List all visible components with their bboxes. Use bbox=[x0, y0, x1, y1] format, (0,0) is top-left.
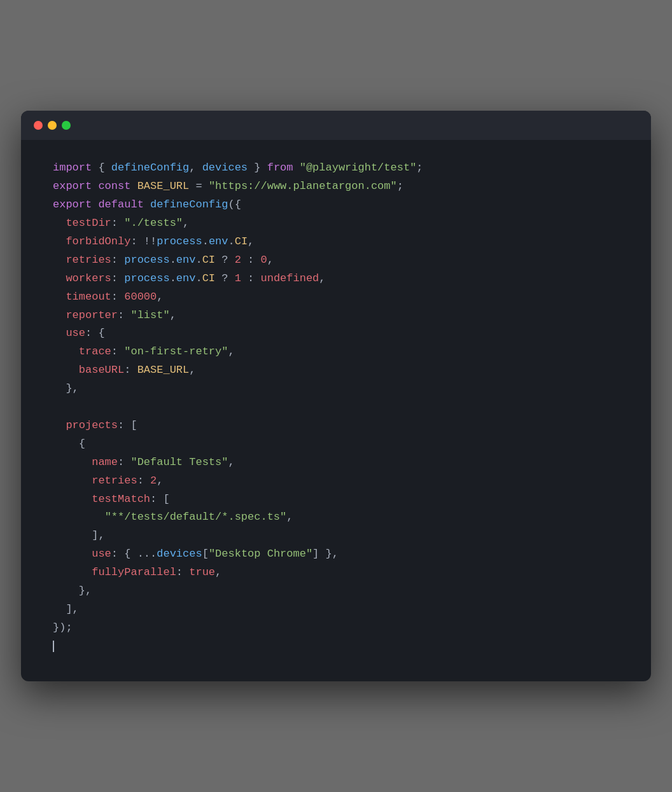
code-line-18: retries: 2, bbox=[53, 472, 619, 490]
code-line-20: "**/tests/default/*.spec.ts", bbox=[53, 508, 619, 527]
titlebar bbox=[21, 111, 651, 140]
minimize-button[interactable] bbox=[48, 121, 57, 130]
code-line-14 bbox=[53, 398, 619, 417]
code-line-15: projects: [ bbox=[53, 417, 619, 435]
code-line-1: import { defineConfig, devices } from "@… bbox=[53, 159, 619, 177]
code-line-23: fullyParallel: true, bbox=[53, 564, 619, 582]
code-line-13: }, bbox=[53, 380, 619, 398]
code-editor-window: import { defineConfig, devices } from "@… bbox=[21, 111, 651, 681]
close-button[interactable] bbox=[34, 121, 43, 130]
code-line-16: { bbox=[53, 435, 619, 454]
code-line-24: }, bbox=[53, 582, 619, 601]
code-line-12: baseURL: BASE_URL, bbox=[53, 361, 619, 380]
code-line-2: export const BASE_URL = "https://www.pla… bbox=[53, 177, 619, 196]
code-line-11: trace: "on-first-retry", bbox=[53, 343, 619, 361]
text-cursor bbox=[53, 641, 54, 652]
code-line-10: use: { bbox=[53, 324, 619, 343]
code-line-7: workers: process.env.CI ? 1 : undefined, bbox=[53, 270, 619, 288]
code-line-9: reporter: "list", bbox=[53, 307, 619, 325]
code-line-22: use: { ...devices["Desktop Chrome"] }, bbox=[53, 545, 619, 564]
code-line-19: testMatch: [ bbox=[53, 490, 619, 509]
code-line-4: testDir: "./tests", bbox=[53, 214, 619, 233]
code-line-21: ], bbox=[53, 527, 619, 545]
code-line-6: retries: process.env.CI ? 2 : 0, bbox=[53, 251, 619, 270]
maximize-button[interactable] bbox=[62, 121, 71, 130]
code-line-26: }); bbox=[53, 619, 619, 637]
code-line-8: timeout: 60000, bbox=[53, 288, 619, 307]
code-line-5: forbidOnly: !!process.env.CI, bbox=[53, 233, 619, 251]
code-line-17: name: "Default Tests", bbox=[53, 454, 619, 472]
code-content: import { defineConfig, devices } from "@… bbox=[21, 140, 651, 681]
code-line-27 bbox=[53, 637, 619, 656]
code-line-3: export default defineConfig({ bbox=[53, 196, 619, 214]
code-line-25: ], bbox=[53, 601, 619, 619]
